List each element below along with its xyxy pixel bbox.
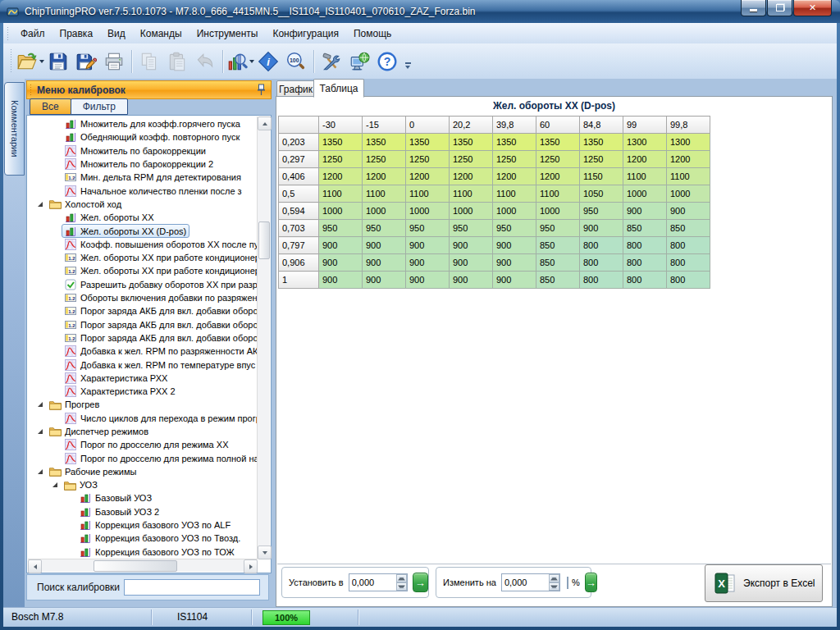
tree-item[interactable]: Базовый УОЗ <box>28 491 257 504</box>
tree-folder[interactable]: УОЗ <box>28 478 257 491</box>
menu-item[interactable]: Файл <box>13 25 52 42</box>
value-cell[interactable]: 800 <box>623 272 667 289</box>
value-cell[interactable]: 1350 <box>406 134 450 151</box>
value-cell[interactable]: 850 <box>536 237 580 254</box>
online-button[interactable] <box>345 48 373 75</box>
pin-icon[interactable] <box>257 84 266 96</box>
value-cell[interactable]: 1200 <box>450 168 493 185</box>
tab-all[interactable]: Все <box>30 98 71 115</box>
value-cell[interactable]: 1100 <box>319 185 363 203</box>
tree-item[interactable]: 1.2Порог заряда АКБ для вкл. добавки обо… <box>28 304 257 317</box>
restore-button[interactable] <box>767 0 792 16</box>
apply-change-button[interactable]: → <box>585 573 597 592</box>
value-cell[interactable]: 850 <box>536 272 580 289</box>
value-cell[interactable]: 1350 <box>493 134 536 151</box>
tree-item[interactable]: Число циклов для перехода в режим прогр <box>28 412 257 425</box>
column-header[interactable]: 39,8 <box>493 116 536 134</box>
tree-folder[interactable]: Диспетчер режимов <box>28 425 257 438</box>
value-cell[interactable]: 1200 <box>667 151 710 168</box>
column-header[interactable]: 99,8 <box>667 116 710 134</box>
tree-item[interactable]: Добавка к жел. RPM по температуре впус <box>28 358 257 371</box>
value-cell[interactable]: 1250 <box>493 151 536 168</box>
value-cell[interactable]: 900 <box>319 272 363 289</box>
value-cell[interactable]: 900 <box>406 237 450 254</box>
value-cell[interactable]: 1350 <box>450 134 493 151</box>
value-cell[interactable]: 1200 <box>623 151 667 168</box>
value-cell[interactable]: 1250 <box>450 151 493 168</box>
value-cell[interactable]: 800 <box>580 237 623 254</box>
value-cell[interactable]: 850 <box>536 254 580 272</box>
value-cell[interactable]: 800 <box>623 254 667 272</box>
value-cell[interactable]: 900 <box>363 237 406 254</box>
row-header[interactable]: 0,906 <box>279 254 319 272</box>
tree-item[interactable]: Разрешить добавку оборотов XX при разр <box>28 278 257 291</box>
row-header[interactable]: 0,797 <box>279 237 319 254</box>
column-header[interactable]: 0 <box>406 116 450 134</box>
value-cell[interactable]: 1100 <box>406 185 450 203</box>
menu-item[interactable]: Команды <box>133 25 189 42</box>
expand-toggle-icon[interactable] <box>52 482 57 487</box>
value-cell[interactable]: 1100 <box>450 185 493 203</box>
close-button[interactable]: ✕ <box>793 0 832 16</box>
menu-item[interactable]: Вид <box>100 25 133 42</box>
horizontal-scroll-thumb[interactable] <box>94 560 177 572</box>
scroll-right-button[interactable] <box>244 559 258 573</box>
toolbar-overflow-button[interactable] <box>403 49 413 74</box>
value-cell[interactable]: 1000 <box>319 203 363 220</box>
value-cell[interactable]: 950 <box>580 203 623 220</box>
change-value-spinner[interactable] <box>549 574 559 591</box>
percent-checkbox[interactable] <box>567 577 568 589</box>
row-header[interactable]: 0,5 <box>279 185 319 203</box>
value-cell[interactable]: 1200 <box>493 168 536 185</box>
value-cell[interactable]: 950 <box>493 220 536 237</box>
value-cell[interactable]: 950 <box>319 220 363 237</box>
column-header[interactable]: 20,2 <box>450 116 493 134</box>
value-cell[interactable]: 900 <box>406 254 450 272</box>
value-cell[interactable]: 1050 <box>580 185 623 203</box>
row-header[interactable]: 1 <box>279 272 319 289</box>
value-cell[interactable]: 1350 <box>580 134 623 151</box>
row-header[interactable]: 0,406 <box>279 168 319 185</box>
value-cell[interactable]: 1250 <box>363 151 406 168</box>
value-cell[interactable]: 1200 <box>406 168 450 185</box>
apply-set-button[interactable]: → <box>413 573 428 592</box>
value-cell[interactable]: 1350 <box>363 134 406 151</box>
menu-item[interactable]: Правка <box>52 25 101 42</box>
comments-panel-tab[interactable]: Комментарии <box>4 82 25 176</box>
tree-item[interactable]: 1.2Жел. обороты XX при работе кондиционе… <box>28 264 257 277</box>
value-cell[interactable]: 850 <box>667 220 710 237</box>
value-cell[interactable]: 1250 <box>580 151 623 168</box>
expand-toggle-icon[interactable] <box>38 402 43 407</box>
tree-folder[interactable]: Рабочие режимы <box>28 465 257 478</box>
value-cell[interactable]: 900 <box>450 237 493 254</box>
value-cell[interactable]: 900 <box>319 237 363 254</box>
value-cell[interactable]: 900 <box>493 237 536 254</box>
value-cell[interactable]: 1100 <box>623 168 667 185</box>
column-header[interactable]: 99 <box>623 116 667 134</box>
scroll-left-button[interactable] <box>28 559 42 573</box>
menu-item[interactable]: Конфигурация <box>265 25 346 42</box>
value-cell[interactable]: 1100 <box>536 185 580 203</box>
tree-item[interactable]: Порог по дросселю для режима XX <box>28 438 257 451</box>
row-header[interactable]: 0,703 <box>279 220 319 237</box>
save-as-button[interactable] <box>72 48 100 75</box>
value-cell[interactable]: 1250 <box>536 151 580 168</box>
change-value-input[interactable] <box>502 574 549 591</box>
tree-horizontal-scrollbar[interactable] <box>28 559 258 572</box>
value-cell[interactable]: 800 <box>667 254 710 272</box>
tree-item[interactable]: Жел. обороты XX (D-pos) <box>28 224 257 237</box>
tab-filter[interactable]: Фильтр <box>71 98 128 115</box>
value-cell[interactable]: 1350 <box>319 134 363 151</box>
value-cell[interactable]: 1200 <box>536 168 580 185</box>
column-header[interactable]: -30 <box>319 116 363 134</box>
value-cell[interactable]: 900 <box>319 254 363 272</box>
value-cell[interactable]: 800 <box>623 237 667 254</box>
tree-vertical-scrollbar[interactable] <box>257 116 270 559</box>
value-cell[interactable]: 1000 <box>406 203 450 220</box>
column-header[interactable]: 60 <box>536 116 580 134</box>
export-excel-button[interactable]: X Экспорт в Excel <box>705 564 823 602</box>
menu-item[interactable]: Инструменты <box>189 25 266 42</box>
value-cell[interactable]: 1000 <box>450 203 493 220</box>
column-header[interactable]: 84,8 <box>580 116 623 134</box>
vertical-scroll-thumb[interactable] <box>258 221 270 259</box>
